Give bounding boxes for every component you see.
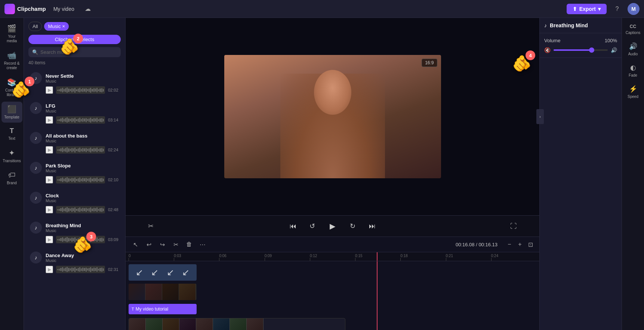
music-item-7[interactable]: ♪ Dance Away Music ▶ 02:31 xyxy=(27,248,122,277)
waveform-4 xyxy=(56,176,105,183)
volume-section: Volume 100% 🔇 🔊 xyxy=(540,33,622,58)
music-note-icon-7: ♪ xyxy=(30,252,42,263)
skip-back-button[interactable]: ⏮ xyxy=(286,219,300,233)
right-panel: ♪ Breathing Mind Volume 100% 🔇 🔊 xyxy=(539,18,622,330)
cut-button[interactable]: ✂ xyxy=(170,239,181,250)
zoom-controls: − + ⊡ xyxy=(505,240,535,249)
fade-panel-button[interactable]: ◐ Fade xyxy=(623,61,643,80)
play-btn-1[interactable]: ▶ xyxy=(46,86,53,94)
sidebar-item-your-media[interactable]: 🎬 Your media xyxy=(1,21,22,46)
sidebar-label-record: Record & create xyxy=(3,61,21,70)
music-item-6[interactable]: ♪ Breathing Mind Music ▶ 03:09 xyxy=(27,218,122,247)
right-panel-title: Breathing Mind xyxy=(550,22,588,28)
sidebar-label-transitions: Transitions xyxy=(3,159,21,163)
text-clip[interactable]: T My video tutorial xyxy=(129,304,197,314)
duration-5: 02:48 xyxy=(108,207,119,212)
sidebar-item-text[interactable]: T Text xyxy=(1,124,22,144)
music-note-icon-5: ♪ xyxy=(30,192,42,204)
forward5-button[interactable]: ↻ xyxy=(346,219,360,233)
speed-label: Speed xyxy=(628,95,638,99)
captions-panel-button[interactable]: CC Captions xyxy=(623,21,643,38)
timeline-ruler: 0 0:03 0:06 0:09 0:12 0:15 0:18 0:21 0:2… xyxy=(126,252,539,261)
zoom-out-button[interactable]: − xyxy=(505,240,514,249)
filter-music[interactable]: Music ✕ xyxy=(44,22,69,31)
delete-button[interactable]: 🗑 xyxy=(184,239,194,250)
sidebar-item-templates[interactable]: ⬛ Template xyxy=(1,102,22,123)
sidebar-item-transitions[interactable]: ✦ Transitions xyxy=(1,145,22,166)
speed-panel-button[interactable]: ⚡ Speed xyxy=(623,82,643,102)
music-list: ♪ Never Settle Music ▶ 02:02 ♪ LFG Music xyxy=(24,68,125,330)
audio-label: Audio xyxy=(628,52,638,56)
waveform-5 xyxy=(56,206,105,213)
music-title-7: Dance Away xyxy=(46,253,119,258)
track-row-video xyxy=(129,283,536,301)
right-sidebar: CC Captions 🔊 Audio ◐ Fade ⚡ Speed xyxy=(622,18,644,330)
music-category-2: Music xyxy=(46,109,119,113)
undo-button[interactable]: ↩ xyxy=(144,239,154,250)
transitions-icon: ✦ xyxy=(9,148,15,157)
redo-button[interactable]: ↪ xyxy=(157,239,167,250)
volume-slider-thumb[interactable] xyxy=(589,47,594,53)
volume-icon-button[interactable]: 🔊 xyxy=(611,47,617,53)
sidebar-label-content-library: Content library xyxy=(3,88,21,97)
play-btn-3[interactable]: ▶ xyxy=(46,146,53,154)
music-item-2[interactable]: ♪ LFG Music ▶ 03:14 xyxy=(27,98,122,127)
music-category-3: Music xyxy=(46,139,119,143)
search-input[interactable] xyxy=(40,49,117,55)
cloud-icon[interactable]: ☁ xyxy=(82,3,94,15)
play-btn-7[interactable]: ▶ xyxy=(46,266,53,273)
text-clip-label: My video tutorial xyxy=(136,306,168,312)
right-panel-header: ♪ Breathing Mind xyxy=(540,18,622,33)
audio-panel-button[interactable]: 🔊 Audio xyxy=(623,39,643,59)
export-chevron-icon: ▾ xyxy=(598,6,601,12)
track-row-text: T My video tutorial xyxy=(129,302,536,316)
video-clip[interactable] xyxy=(129,284,197,300)
zoom-fit-button[interactable]: ⊡ xyxy=(526,240,535,249)
export-button[interactable]: ⬆ Export ▾ xyxy=(567,4,607,14)
sidebar-item-brand[interactable]: 🏷 Brand xyxy=(1,168,22,188)
skip-forward-button[interactable]: ⏭ xyxy=(366,219,379,233)
crop-tool[interactable]: ✂ xyxy=(148,222,154,230)
play-button[interactable]: ▶ xyxy=(325,219,340,234)
captions-icon: CC xyxy=(630,24,636,29)
fullscreen-button[interactable]: ⛶ xyxy=(510,222,517,230)
play-btn-6[interactable]: ▶ xyxy=(46,236,53,243)
avatar[interactable]: M xyxy=(628,3,640,15)
music-item-5[interactable]: ♪ Clock Music ▶ 02:48 xyxy=(27,188,122,217)
templates-icon: ⬛ xyxy=(7,105,16,114)
play-btn-5[interactable]: ▶ xyxy=(46,206,53,213)
volume-value: 100% xyxy=(605,38,617,43)
filter-music-close-icon[interactable]: ✕ xyxy=(62,24,65,28)
clipchamp-selects-button[interactable]: Clipchamp selects xyxy=(28,35,121,44)
sidebar-item-content-library[interactable]: 📚 Content library xyxy=(1,75,22,100)
music-title-1: Never Settle xyxy=(46,73,119,79)
search-bar: 🔍 xyxy=(28,47,121,57)
fade-icon: ◐ xyxy=(630,64,636,72)
select-tool-button[interactable]: ↖ xyxy=(130,239,141,250)
track-row-arrows: ↙ ↙ ↙ ↙ xyxy=(129,263,536,281)
music-title-4: Park Slope xyxy=(46,163,119,169)
back5-button[interactable]: ↺ xyxy=(306,219,319,233)
music-item-1[interactable]: ♪ Never Settle Music ▶ 02:02 xyxy=(27,68,122,98)
play-btn-2[interactable]: ▶ xyxy=(46,116,53,124)
video-title[interactable]: My video xyxy=(50,4,77,13)
mute-button[interactable]: 🔇 xyxy=(544,47,551,53)
export-icon: ⬆ xyxy=(573,6,577,12)
music-item-3[interactable]: ♪ All about the bass Music ▶ 02:24 xyxy=(27,128,122,157)
music-item-4[interactable]: ♪ Park Slope Music ▶ 02:10 xyxy=(27,158,122,187)
app-logo[interactable]: Clipchamp xyxy=(4,4,46,14)
sidebar-item-record[interactable]: 📹 Record & create xyxy=(1,48,22,73)
collapse-right-button[interactable]: › xyxy=(536,109,544,124)
volume-slider-track[interactable] xyxy=(554,49,608,51)
main-video-clip[interactable] xyxy=(129,318,345,330)
filter-all[interactable]: All xyxy=(28,22,42,31)
help-icon[interactable]: ? xyxy=(611,3,623,15)
left-sidebar: 🎬 Your media 📹 Record & create 📚 Content… xyxy=(0,18,24,330)
arrows-clip[interactable]: ↙ ↙ ↙ ↙ xyxy=(129,264,197,281)
aspect-ratio-badge: 16:9 xyxy=(422,59,437,67)
waveform-1 xyxy=(56,86,105,94)
duration-6: 03:09 xyxy=(108,237,119,242)
play-btn-4[interactable]: ▶ xyxy=(46,176,53,183)
zoom-in-button[interactable]: + xyxy=(515,240,524,249)
more-tool-button[interactable]: ⋯ xyxy=(197,239,208,250)
